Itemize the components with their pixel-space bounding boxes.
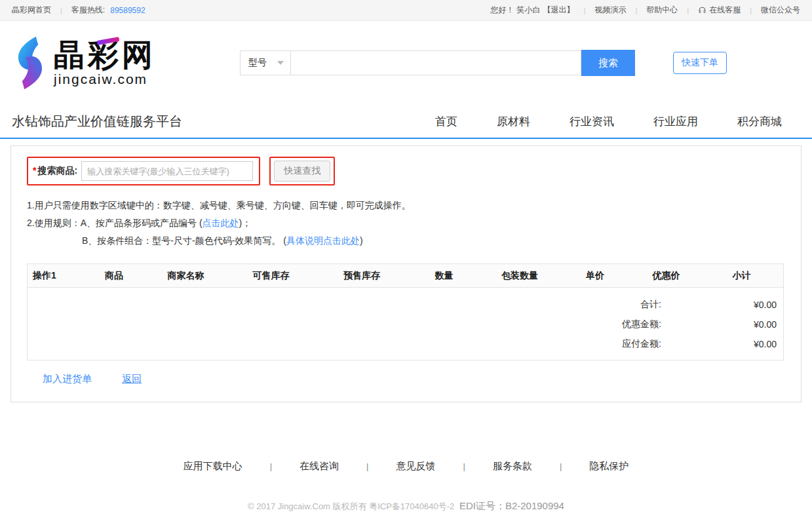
col-header-action: 操作1 (28, 270, 81, 282)
col-header-quantity: 数量 (406, 270, 482, 282)
divider: | (750, 7, 752, 14)
total-label: 合计: (640, 299, 661, 311)
topbar: 晶彩网首页 | 客服热线: 89589592 您好！ 笑小白 【退出】 | 视频… (0, 0, 812, 21)
header: 晶彩网 jingcaiw.com 型号 搜索 快速下单 (0, 21, 812, 105)
logo-domain: jingcaiw.com (54, 71, 156, 87)
logo-text: 晶彩网 jingcaiw.com (54, 39, 156, 87)
online-service-link[interactable]: 在线客服 (698, 5, 741, 16)
nav-item-raw-materials[interactable]: 原材料 (497, 114, 530, 129)
search-product-label: *搜索商品: (33, 165, 77, 177)
topbar-right: 您好！ 笑小白 【退出】 | 视频演示 | 帮助中心 | 在线客服 | 微信公众… (491, 5, 800, 16)
header-search-bar: 型号 搜索 (240, 50, 635, 76)
logout-link[interactable]: 【退出】 (543, 5, 575, 16)
logo[interactable]: 晶彩网 jingcaiw.com (12, 33, 227, 92)
instruction-line-2-suffix: )； (239, 218, 252, 228)
footer-link-download-center[interactable]: 应用下载中心 (184, 460, 242, 473)
header-search-input[interactable] (291, 50, 581, 75)
instruction-line-3: B、按条件组合：型号-尺寸-颜色代码-效果简写。 (具体说明点击此处) (27, 232, 785, 250)
discount-amount-row: 优惠金额: ¥0.00 (28, 315, 777, 334)
highlight-box-quick-find: 快速查找 (269, 157, 335, 185)
quick-find-button[interactable]: 快速查找 (274, 161, 330, 182)
footer-link-terms[interactable]: 服务条款 (493, 460, 532, 473)
panel-actions: 加入进货单 返回 (43, 373, 785, 385)
col-header-presale-stock: 预售库存 (317, 270, 406, 282)
search-category-value: 型号 (248, 57, 267, 69)
nav-item-industry-news[interactable]: 行业资讯 (570, 114, 614, 129)
hotline-number[interactable]: 89589592 (110, 6, 145, 15)
details-click-here-link[interactable]: 具体说明点击此处 (286, 235, 360, 246)
edi-license: EDI证号：B2-20190994 (459, 500, 564, 511)
instruction-line-1: 1.用户只需使用数字区域键中的：数字键、减号键、乘号键、方向键、回车键，即可完成… (27, 197, 785, 214)
footer-link-online-consult[interactable]: 在线咨询 (300, 460, 339, 473)
copyright-text: © 2017 Jingcaiw.Com 版权所有 粤ICP备17040640号-… (248, 501, 454, 511)
col-header-merchant: 商家名称 (147, 270, 225, 282)
back-link[interactable]: 返回 (122, 373, 142, 384)
divider: | (366, 461, 368, 471)
help-center-link[interactable]: 帮助中心 (646, 5, 678, 16)
payable-amount-value: ¥0.00 (661, 339, 777, 349)
divider: | (687, 7, 689, 14)
col-header-product: 商品 (81, 270, 147, 282)
order-items-table: 操作1 商品 商家名称 可售库存 预售库存 数量 包装数量 单价 优惠价 小计 … (27, 263, 784, 360)
instruction-line-3-suffix: ) (360, 235, 363, 246)
nav-row: 水钻饰品产业价值链服务平台 首页 原材料 行业资讯 行业应用 积分商城 (0, 105, 812, 139)
instruction-line-3-text: B、按条件组合：型号-尺寸-颜色代码-效果简写。 ( (82, 235, 286, 246)
quick-order-button[interactable]: 快速下单 (673, 52, 727, 74)
col-header-package-qty: 包装数量 (482, 270, 558, 282)
hotline-label: 客服热线: (71, 5, 105, 16)
topbar-home-link[interactable]: 晶彩网首页 (12, 5, 51, 16)
logo-flame-icon (12, 33, 48, 92)
divider: | (584, 7, 586, 14)
payable-amount-label: 应付金额: (622, 338, 661, 350)
table-body: 合计: ¥0.00 优惠金额: ¥0.00 应付金额: ¥0.00 (28, 288, 783, 360)
add-to-purchase-list-link[interactable]: 加入进货单 (43, 373, 92, 384)
divider: | (60, 7, 62, 14)
username-link[interactable]: 笑小白 (517, 5, 541, 16)
wechat-link[interactable]: 微信公众号 (761, 5, 800, 16)
discount-amount-value: ¥0.00 (661, 319, 777, 330)
nav-item-industry-apps[interactable]: 行业应用 (653, 114, 698, 129)
instruction-line-2-text: 2.使用规则：A、按产品条形码或产品编号 ( (27, 218, 203, 228)
col-header-discount-price: 优惠价 (632, 270, 700, 282)
search-category-select[interactable]: 型号 (240, 50, 291, 75)
product-search-input[interactable] (81, 161, 253, 181)
divider: | (635, 7, 637, 14)
online-service-label[interactable]: 在线客服 (709, 5, 741, 16)
table-header-row: 操作1 商品 商家名称 可售库存 预售库存 数量 包装数量 单价 优惠价 小计 (28, 264, 783, 288)
discount-amount-label: 优惠金额: (622, 319, 661, 330)
click-here-link[interactable]: 点击此处 (203, 218, 239, 228)
footer: 应用下载中心 | 在线咨询 | 意见反馈 | 服务条款 | 隐私保护 © 201… (0, 460, 812, 513)
nav-item-points-mall[interactable]: 积分商城 (737, 114, 782, 129)
footer-link-feedback[interactable]: 意见反馈 (396, 460, 436, 473)
divider: | (270, 461, 272, 471)
nav-item-home[interactable]: 首页 (435, 114, 457, 129)
required-mark: * (33, 165, 36, 176)
main-nav: 首页 原材料 行业资讯 行业应用 积分商城 (435, 114, 782, 129)
col-header-subtotal: 小计 (700, 270, 783, 282)
payable-amount-row: 应付金额: ¥0.00 (28, 334, 777, 354)
video-demo-link[interactable]: 视频演示 (594, 5, 626, 16)
quick-order-form: *搜索商品: 快速查找 (27, 157, 785, 185)
headset-icon (698, 6, 706, 14)
footer-links: 应用下载中心 | 在线咨询 | 意见反馈 | 服务条款 | 隐私保护 (184, 460, 629, 473)
footer-link-privacy[interactable]: 隐私保护 (589, 460, 628, 473)
col-header-available-stock: 可售库存 (225, 270, 317, 282)
topbar-left: 晶彩网首页 | 客服热线: 89589592 (12, 5, 145, 16)
search-button[interactable]: 搜索 (581, 50, 635, 76)
main-panel: *搜索商品: 快速查找 1.用户只需使用数字区域键中的：数字键、减号键、乘号键、… (10, 146, 802, 402)
usage-instructions: 1.用户只需使用数字区域键中的：数字键、减号键、乘号键、方向键、回车键，即可完成… (27, 197, 785, 250)
divider: | (560, 461, 562, 471)
total-row: 合计: ¥0.00 (28, 295, 777, 315)
instruction-line-2: 2.使用规则：A、按产品条形码或产品编号 (点击此处)； (27, 214, 785, 232)
greeting-text: 您好！ (491, 5, 514, 16)
highlight-box-search-product: *搜索商品: (27, 157, 260, 185)
search-product-label-text: 搜索商品: (37, 165, 77, 176)
divider: | (463, 461, 465, 471)
col-header-unit-price: 单价 (558, 270, 632, 282)
total-value: ¥0.00 (661, 300, 777, 310)
copyright: © 2017 Jingcaiw.Com 版权所有 粤ICP备17040640号-… (0, 500, 812, 513)
chevron-down-icon (277, 61, 284, 65)
site-slogan: 水钻饰品产业价值链服务平台 (12, 113, 182, 130)
